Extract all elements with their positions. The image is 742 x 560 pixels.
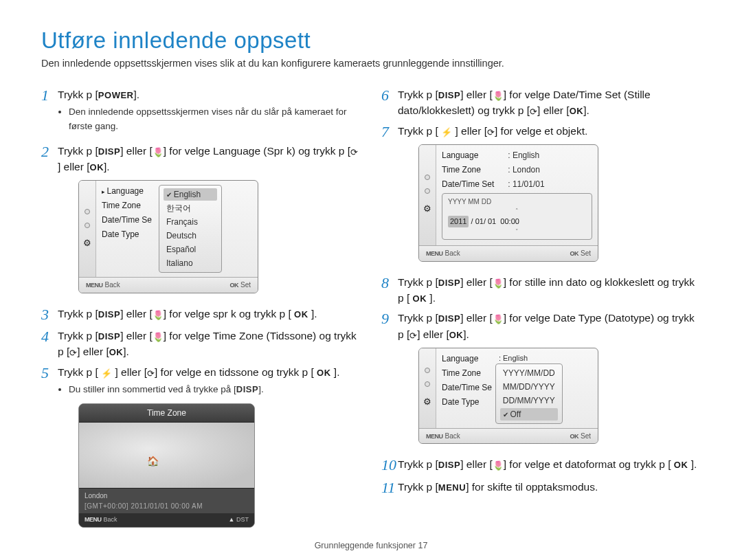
content-columns: 1 Trykk p [POWER]. Den innledende oppset… [41, 87, 701, 539]
menu-value: : English [508, 149, 544, 161]
menu-item[interactable]: Date/Time Se [102, 214, 152, 226]
menu-item: Language [442, 352, 492, 365]
dot-icon [85, 223, 90, 228]
menu-item: Time Zone [442, 367, 492, 379]
menu-item: Date Type [442, 396, 492, 408]
option-espanol[interactable]: Español [166, 243, 214, 256]
bottom-set[interactable]: OKSet [229, 280, 251, 291]
menu-item: Time Zone [442, 164, 494, 176]
step-text: Trykk p [ ⚡ ] eller [⟳] for velge en tid… [58, 366, 339, 378]
option-mmddyyyy[interactable]: MM/DD/YYYY [503, 381, 555, 393]
step-text: Trykk p [DISP] eller [🌷] for velge spr k… [58, 308, 317, 320]
bottom-set[interactable]: OKSet [570, 248, 591, 259]
datetype-submenu[interactable]: YYYY/MM/DD MM/DD/YYYY DD/MM/YYYY Off [495, 363, 563, 424]
timer-icon: ⟳ [487, 128, 495, 137]
panel-side-icons: ⚙ [419, 145, 436, 246]
menu-value: : 11/01/01 [508, 178, 544, 190]
step-text: Trykk p [DISP] eller [🌷] for velge Langu… [58, 145, 358, 172]
date-editor[interactable]: YYYY MM DD ˄ 2011 / 01/ 01 00:00 ˅ [442, 193, 592, 240]
step-text: Trykk p [DISP] eller [🌷] for stille inn … [398, 276, 695, 304]
home-pin-icon: 🏠 [147, 454, 159, 469]
menu-item: Language [442, 149, 494, 161]
option-ddmmyyyy[interactable]: DD/MM/YYYY [503, 394, 555, 407]
step-note: Den innledende oppsettsskjermen vises nå… [69, 105, 361, 133]
timer-icon: ⟳ [147, 369, 155, 378]
step-number: 7 [381, 123, 398, 141]
timer-icon: ⟳ [530, 107, 537, 116]
ok-button-label: OK [90, 161, 104, 175]
world-map[interactable]: 🏠 [79, 422, 254, 489]
left-column: 1 Trykk p [POWER]. Den innledende oppset… [41, 87, 361, 539]
dot-icon [85, 209, 90, 214]
gear-icon: ⚙ [423, 202, 431, 216]
dot-icon [425, 175, 430, 180]
dot-icon [425, 368, 430, 373]
step-number: 10 [381, 456, 398, 474]
step-number: 5 [41, 364, 58, 382]
page-title: Utføre innledende oppsett [41, 27, 701, 54]
timer-icon: ⟳ [409, 331, 417, 340]
step-number: 11 [381, 479, 398, 497]
page-footer: Grunnleggende funksjoner 17 [0, 541, 742, 550]
menu-item[interactable]: Date Type [102, 228, 152, 240]
menu-value: : English [499, 352, 528, 364]
step-number: 6 [381, 87, 398, 104]
dot-icon [425, 188, 430, 194]
timezone-title: Time Zone [79, 404, 254, 422]
language-panel: ⚙ Language Time Zone Date/Time Se Date T… [78, 180, 258, 293]
menu-item: Date/Time Se [442, 381, 492, 394]
bottom-set[interactable]: OKSet [570, 431, 591, 442]
option-francais[interactable]: Français [166, 216, 214, 228]
step-text: Trykk p [ ⚡ ] eller [⟳] for velge et obj… [398, 125, 587, 137]
right-column: 6 Trykk p [DISP] eller [🌷] for velge Dat… [381, 87, 701, 539]
step-number: 9 [381, 310, 398, 328]
bottom-back[interactable]: MENUBack [85, 515, 117, 525]
datetype-panel: ⚙ Language Time Zone Date/Time Se Date T… [418, 348, 598, 445]
flower-icon: 🌷 [153, 311, 164, 320]
menu-button-label: MENU [438, 481, 466, 495]
step-text: Trykk p [DISP] eller [🌷] for velge Date … [398, 312, 695, 339]
option-korean[interactable]: 한국어 [166, 202, 214, 214]
flash-icon: ⚡ [441, 128, 452, 137]
option-deutsch[interactable]: Deutsch [166, 229, 214, 242]
bottom-back[interactable]: MENUBack [426, 431, 460, 442]
menu-value: : London [508, 164, 544, 176]
dot-icon [425, 381, 430, 387]
menu-item[interactable]: Language [102, 185, 152, 197]
bottom-back[interactable]: MENUBack [426, 248, 460, 259]
panel-side-icons: ⚙ [79, 181, 96, 277]
flower-icon: 🌷 [493, 91, 504, 100]
language-submenu[interactable]: English 한국어 Français Deutsch Español Ita… [159, 185, 222, 273]
option-english[interactable]: English [164, 188, 217, 201]
step-text: Trykk p [DISP] eller [🌷] for velge Date/… [398, 89, 651, 116]
flower-icon: 🌷 [153, 148, 164, 157]
flower-icon: 🌷 [493, 461, 504, 470]
flower-icon: 🌷 [493, 279, 504, 288]
menu-item[interactable]: Time Zone [102, 199, 152, 212]
bottom-dst[interactable]: ▲DST [229, 515, 249, 525]
timezone-city: London [85, 491, 249, 501]
timezone-gmt: [GMT+00:00] 2011/01/01 00:00 AM [85, 501, 249, 511]
timer-icon: ⟳ [350, 148, 358, 157]
option-italiano[interactable]: Italiano [166, 257, 214, 269]
power-button-label: POWER [98, 89, 134, 102]
gear-icon: ⚙ [83, 236, 91, 250]
step-text: Trykk p [DISP] eller [🌷] for velge Time … [58, 330, 357, 357]
step-text: Trykk p [MENU] for skifte til opptaksmod… [398, 481, 598, 493]
flash-icon: ⚡ [101, 369, 112, 378]
gear-icon: ⚙ [423, 395, 431, 409]
menu-item: Date/Time Set [442, 178, 494, 190]
step-text: Trykk p [POWER]. [58, 89, 139, 100]
page-subtitle: Den innledende oppsettsskjermen vises sl… [41, 58, 701, 69]
timezone-panel: Time Zone 🏠 London [GMT+00:00] 2011/01/0… [78, 403, 255, 528]
step-number: 8 [381, 274, 398, 292]
step-text: Trykk p [DISP] eller [🌷] for velge et da… [398, 458, 697, 470]
bottom-back[interactable]: MENUBack [86, 280, 120, 291]
option-yyyymmdd[interactable]: YYYY/MM/DD [503, 367, 555, 379]
option-off[interactable]: Off [500, 408, 558, 421]
step-note: Du stiller inn sommertid ved å trykke på… [69, 383, 361, 396]
disp-button-label: DISP [98, 145, 120, 159]
panel-side-icons: ⚙ [419, 348, 436, 428]
year-segment[interactable]: 2011 [448, 216, 469, 227]
step-number: 4 [41, 328, 58, 346]
